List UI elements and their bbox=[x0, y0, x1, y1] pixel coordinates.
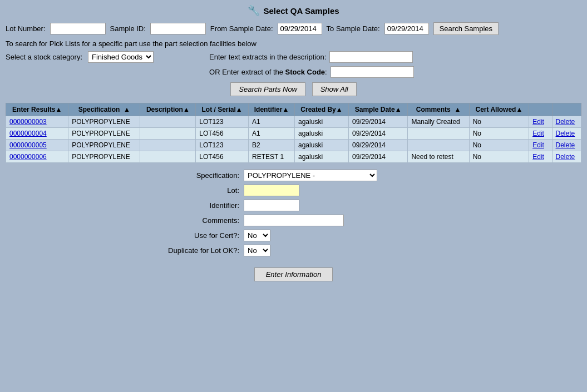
delete-cell: Delete bbox=[552, 140, 581, 151]
delete-link[interactable]: Delete bbox=[556, 153, 575, 161]
edit-cell: Edit bbox=[529, 151, 552, 163]
table-cell: LOT456 bbox=[196, 128, 249, 140]
delete-link[interactable]: Delete bbox=[556, 118, 575, 126]
comments-form-label: Comments: bbox=[161, 216, 239, 225]
table-cell: B2 bbox=[249, 140, 295, 151]
to-date-label: To Sample Date: bbox=[327, 24, 380, 33]
enter-results-cell[interactable]: 0000000005 bbox=[6, 140, 68, 151]
table-cell: agaluski bbox=[295, 151, 349, 163]
enter-info-btn-row: Enter Information bbox=[6, 267, 581, 281]
table-cell: Manally Created bbox=[408, 116, 469, 128]
from-date-input[interactable] bbox=[278, 23, 322, 34]
results-table: Enter Results▲ Specification ▲ Descripti… bbox=[6, 103, 581, 163]
identifier-row: Identifier: bbox=[161, 200, 299, 211]
duplicate-lot-select[interactable]: No Yes bbox=[244, 245, 270, 256]
table-cell: POLYPROPYLENE bbox=[68, 140, 140, 151]
col-comments[interactable]: Comments ▲ bbox=[408, 103, 469, 116]
table-cell: agaluski bbox=[295, 128, 349, 140]
to-date-input[interactable] bbox=[384, 23, 429, 34]
table-cell: LOT123 bbox=[196, 116, 249, 128]
lot-number-input[interactable] bbox=[50, 23, 106, 34]
table-cell bbox=[140, 128, 196, 140]
delete-cell: Delete bbox=[552, 151, 581, 163]
table-cell: 09/29/2014 bbox=[348, 151, 407, 163]
enter-results-cell[interactable]: 0000000006 bbox=[6, 151, 68, 163]
col-enter-results[interactable]: Enter Results▲ bbox=[6, 103, 68, 116]
duplicate-lot-row: Duplicate for Lot OK?: No Yes bbox=[161, 245, 270, 256]
col-description[interactable]: Description▲ bbox=[140, 103, 196, 116]
table-cell: No bbox=[469, 128, 529, 140]
table-cell: RETEST 1 bbox=[249, 151, 295, 163]
table-header-row: Enter Results▲ Specification ▲ Descripti… bbox=[6, 103, 581, 116]
table-cell: 09/29/2014 bbox=[348, 140, 407, 151]
sample-id-label: Sample ID: bbox=[110, 24, 146, 33]
part-selection-hint: To search for Pick Lists for a specific … bbox=[6, 39, 581, 48]
category-row: Select a stock category: Finished Goods … bbox=[6, 51, 154, 63]
part-selection-section: To search for Pick Lists for a specific … bbox=[6, 39, 581, 78]
lot-form-label: Lot: bbox=[161, 186, 239, 195]
stock-code-filter-label: OR Enter extract of the Stock Code: bbox=[209, 68, 327, 76]
table-cell: agaluski bbox=[295, 140, 349, 151]
col-identifier[interactable]: Identifier▲ bbox=[249, 103, 295, 116]
col-created-by[interactable]: Created By▲ bbox=[295, 103, 349, 116]
edit-link[interactable]: Edit bbox=[532, 118, 544, 126]
specification-form-label: Specification: bbox=[161, 171, 239, 180]
edit-link[interactable]: Edit bbox=[532, 153, 544, 161]
table-cell: POLYPROPYLENE bbox=[68, 151, 140, 163]
lot-row: Lot: bbox=[161, 185, 299, 196]
table-cell bbox=[140, 116, 196, 128]
edit-link[interactable]: Edit bbox=[532, 141, 544, 149]
page-title-row: 🔧 Select QA Samples bbox=[6, 4, 581, 17]
table-cell bbox=[408, 140, 469, 151]
col-specification[interactable]: Specification ▲ bbox=[68, 103, 140, 116]
table-cell: No bbox=[469, 116, 529, 128]
delete-link[interactable]: Delete bbox=[556, 130, 575, 137]
table-cell bbox=[140, 151, 196, 163]
search-parts-button[interactable]: Search Parts Now bbox=[230, 82, 305, 96]
table-cell: POLYPROPYLENE bbox=[68, 116, 140, 128]
enter-results-cell[interactable]: 0000000004 bbox=[6, 128, 68, 140]
table-cell: LOT456 bbox=[196, 151, 249, 163]
lot-form-input[interactable] bbox=[244, 185, 299, 196]
stock-code-filter-input[interactable] bbox=[331, 66, 414, 78]
top-search-row: Lot Number: Sample ID: From Sample Date:… bbox=[6, 22, 581, 35]
use-for-cert-row: Use for Cert?: No Yes bbox=[161, 230, 270, 241]
table-cell bbox=[140, 140, 196, 151]
enter-results-cell[interactable]: 0000000003 bbox=[6, 116, 68, 128]
specification-select[interactable]: POLYPROPYLENE - bbox=[244, 170, 377, 181]
col-delete bbox=[552, 103, 581, 116]
edit-cell: Edit bbox=[529, 128, 552, 140]
description-filter-input[interactable] bbox=[329, 51, 413, 63]
identifier-form-input[interactable] bbox=[244, 200, 299, 211]
use-for-cert-select[interactable]: No Yes bbox=[244, 230, 270, 241]
edit-cell: Edit bbox=[529, 116, 552, 128]
table-row: 0000000003POLYPROPYLENELOT123A1agaluski0… bbox=[6, 116, 581, 128]
comments-form-input[interactable] bbox=[244, 215, 344, 226]
enter-information-button[interactable]: Enter Information bbox=[254, 267, 333, 281]
table-row: 0000000004POLYPROPYLENELOT456A1agaluski0… bbox=[6, 128, 581, 140]
use-for-cert-label: Use for Cert?: bbox=[161, 231, 239, 240]
show-all-button[interactable]: Show All bbox=[312, 82, 357, 96]
table-cell: A1 bbox=[249, 128, 295, 140]
lot-number-label: Lot Number: bbox=[6, 24, 46, 33]
action-buttons-row: Search Parts Now Show All bbox=[6, 82, 581, 96]
sample-id-input[interactable] bbox=[150, 23, 206, 34]
add-sample-form: Specification: POLYPROPYLENE - Lot: Iden… bbox=[161, 170, 581, 260]
wrench-icon: 🔧 bbox=[248, 4, 260, 17]
col-sample-date[interactable]: Sample Date▲ bbox=[348, 103, 407, 116]
table-row: 0000000005POLYPROPYLENELOT123B2agaluski0… bbox=[6, 140, 581, 151]
col-cert-allowed[interactable]: Cert Allowed▲ bbox=[469, 103, 529, 116]
table-cell: No bbox=[469, 151, 529, 163]
edit-link[interactable]: Edit bbox=[532, 130, 544, 137]
table-cell: agaluski bbox=[295, 116, 349, 128]
comments-row: Comments: bbox=[161, 215, 344, 226]
table-cell: No bbox=[469, 140, 529, 151]
category-select[interactable]: Finished Goods Raw Materials Components bbox=[88, 51, 154, 63]
delete-link[interactable]: Delete bbox=[556, 141, 575, 149]
category-label: Select a stock category: bbox=[6, 53, 82, 61]
col-lot-serial[interactable]: Lot / Serial▲ bbox=[196, 103, 249, 116]
table-cell: POLYPROPYLENE bbox=[68, 128, 140, 140]
search-samples-button[interactable]: Search Samples bbox=[433, 22, 499, 35]
col-edit bbox=[529, 103, 552, 116]
from-date-label: From Sample Date: bbox=[210, 24, 273, 33]
